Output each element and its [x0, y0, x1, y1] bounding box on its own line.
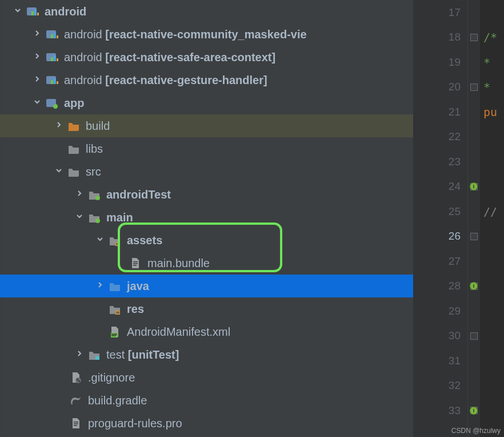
editor-line[interactable]: pu [480, 100, 504, 125]
gutter-line[interactable]: 18 [413, 25, 467, 50]
tree-label: libs [86, 142, 103, 156]
tree-row[interactable]: res [0, 297, 413, 320]
editor-line[interactable] [480, 149, 504, 174]
gutter-line[interactable]: 25 [413, 199, 467, 224]
fold-cell[interactable] [468, 100, 480, 125]
tree-row[interactable]: assets [0, 229, 413, 252]
editor-line[interactable] [480, 249, 504, 274]
gutter-line[interactable]: 23 [413, 149, 467, 174]
editor-line[interactable] [480, 0, 504, 25]
tree-row[interactable]: src [0, 160, 413, 183]
editor-line[interactable] [480, 398, 504, 423]
editor-line[interactable]: * [480, 50, 504, 75]
fold-cell[interactable] [468, 324, 480, 349]
fold-icon[interactable] [470, 34, 478, 41]
chevron-right-icon[interactable] [96, 281, 106, 291]
editor-line[interactable]: * [480, 75, 504, 100]
module-android-icon [46, 51, 58, 63]
fold-cell[interactable] [468, 149, 480, 174]
fold-cell[interactable] [468, 299, 480, 324]
editor-line[interactable]: /* [480, 25, 504, 50]
svg-rect-34 [74, 422, 78, 423]
gutter-line[interactable]: 20 [413, 75, 467, 100]
fold-cell[interactable] [468, 125, 480, 150]
tree-label: app [64, 97, 85, 110]
tree-row[interactable]: android [0, 0, 413, 23]
fold-cell[interactable] [468, 348, 480, 374]
chevron-right-icon[interactable] [75, 349, 86, 360]
tree-row[interactable]: app [0, 92, 413, 114]
folder-cyan-icon [88, 348, 101, 361]
fold-cell[interactable] [468, 75, 480, 100]
gutter-line[interactable]: 17 [413, 0, 467, 25]
editor-line[interactable] [480, 374, 504, 399]
fold-cell[interactable] [468, 374, 480, 399]
svg-rect-31 [95, 356, 99, 360]
editor-line[interactable] [480, 125, 504, 150]
tree-row[interactable]: java [0, 275, 413, 297]
gutter-line[interactable]: 28I↑ [413, 274, 467, 299]
gutter-line[interactable]: 33I↑ [413, 398, 467, 423]
fold-icon[interactable] [470, 332, 478, 340]
tree-row[interactable]: proguard-rules.pro [0, 412, 413, 435]
chevron-down-icon[interactable] [55, 166, 65, 177]
gutter-line[interactable]: 19 [413, 50, 467, 75]
tree-row[interactable]: build.gradle [0, 389, 413, 412]
fold-cell[interactable] [468, 224, 480, 249]
svg-text:MF: MF [111, 333, 118, 337]
tree-row[interactable]: build [0, 114, 413, 137]
chevron-right-icon[interactable] [33, 52, 43, 62]
fold-cell[interactable] [468, 199, 480, 224]
chevron-right-icon[interactable] [33, 29, 43, 39]
tree-row[interactable]: .gitignore [0, 366, 413, 389]
tree-row[interactable]: main.bundle [0, 252, 413, 275]
editor-pane[interactable]: /* * *pu// [480, 0, 504, 437]
svg-rect-7 [57, 35, 58, 38]
fold-cell[interactable] [468, 50, 480, 75]
chevron-down-icon[interactable] [33, 98, 43, 108]
chevron-right-icon[interactable] [33, 75, 43, 85]
editor-line[interactable] [480, 174, 504, 200]
fold-cell[interactable] [468, 0, 480, 25]
tree-row[interactable]: test [unitTest] [0, 343, 413, 366]
gutter-line[interactable]: 24I↑ [413, 174, 467, 200]
tree-row[interactable]: libs [0, 137, 413, 160]
gutter-line[interactable]: 29 [413, 299, 467, 324]
gutter-line[interactable]: 26 [413, 224, 467, 249]
fold-icon[interactable] [470, 233, 478, 240]
chevron-right-icon[interactable] [75, 189, 86, 200]
chevron-down-icon[interactable] [14, 6, 24, 17]
folder-blue-icon [109, 280, 121, 292]
tree-row[interactable]: main [0, 206, 413, 229]
editor-line[interactable] [480, 299, 504, 324]
gutter-line[interactable]: 27 [413, 249, 467, 274]
fold-cell[interactable] [468, 249, 480, 274]
tree-label: main.bundle [147, 257, 210, 270]
editor-line[interactable] [480, 224, 504, 249]
editor-line[interactable] [480, 324, 504, 349]
chevron-right-icon[interactable] [55, 121, 65, 131]
editor-line[interactable] [480, 274, 504, 299]
project-tree[interactable]: androidandroid [react-native-community_m… [0, 0, 413, 437]
chevron-down-icon[interactable] [96, 235, 106, 245]
tree-row[interactable]: androidTest [0, 183, 413, 206]
gutter-line[interactable]: 21 [413, 100, 467, 125]
fold-icon[interactable] [470, 84, 478, 91]
tree-label: androidTest [106, 188, 171, 201]
gutter-line[interactable]: 30 [413, 324, 467, 349]
editor-line[interactable]: // [480, 199, 504, 224]
svg-rect-13 [51, 80, 53, 84]
gutter-line[interactable]: 22 [413, 125, 467, 150]
gutter-line[interactable]: 31 [413, 348, 467, 374]
svg-rect-5 [51, 34, 53, 38]
fold-cell[interactable] [468, 25, 480, 50]
tree-row[interactable]: android [react-native-gesture-handler] [0, 69, 413, 92]
editor-fold-column[interactable] [467, 0, 480, 437]
editor-line[interactable] [480, 348, 504, 374]
tree-row[interactable]: MFAndroidManifest.xml [0, 320, 413, 343]
tree-row[interactable]: android [react-native-community_masked-v… [0, 23, 413, 46]
tree-row[interactable]: android [react-native-safe-area-context] [0, 46, 413, 69]
editor-gutter[interactable]: 1718192021222324I↑25262728I↑2930313233I↑ [413, 0, 467, 437]
gutter-line[interactable]: 32 [413, 374, 467, 399]
chevron-down-icon[interactable] [75, 212, 86, 223]
